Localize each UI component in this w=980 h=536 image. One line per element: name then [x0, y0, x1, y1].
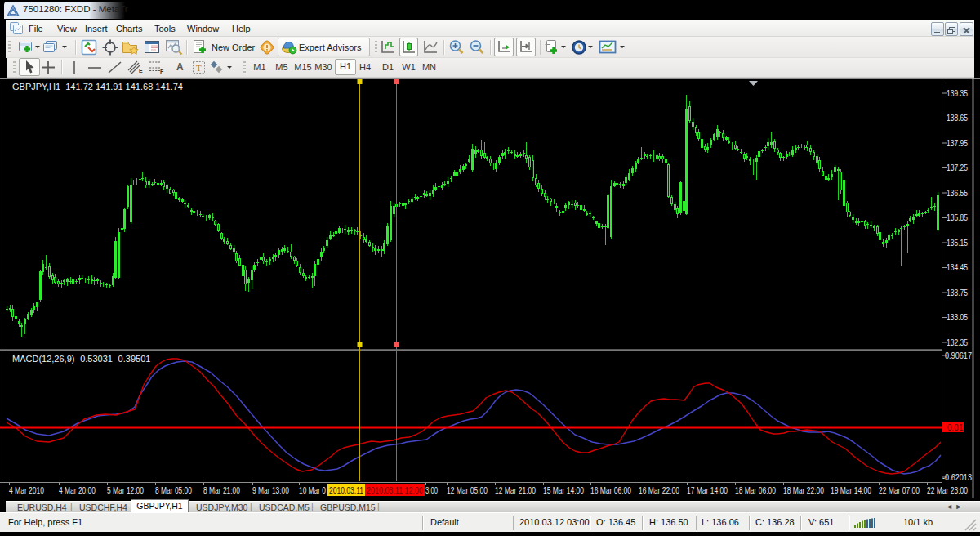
svg-text:2010.03.11 12:00: 2010.03.11 12:00	[367, 486, 423, 495]
svg-text:136.55: 136.55	[947, 189, 968, 198]
svg-text:F: F	[160, 69, 164, 74]
svg-text:132.35: 132.35	[947, 338, 968, 347]
svg-text:135.85: 135.85	[947, 213, 968, 222]
svg-text:133.05: 133.05	[947, 313, 968, 322]
svg-text:10 Mar 0: 10 Mar 0	[299, 486, 326, 495]
svg-text:8 Mar 21:00: 8 Mar 21:00	[203, 486, 240, 495]
svg-text:137.25: 137.25	[947, 163, 968, 172]
svg-text:139.35: 139.35	[947, 89, 968, 98]
svg-text:4 Mar 20:00: 4 Mar 20:00	[59, 486, 96, 495]
svg-text:T: T	[196, 63, 202, 73]
svg-text:18 Mar 22:00: 18 Mar 22:00	[783, 486, 824, 495]
svg-text:12 Mar 05:00: 12 Mar 05:00	[447, 486, 488, 495]
svg-text:MACD(12,26,9) -0.53031 -0.3950: MACD(12,26,9) -0.53031 -0.39501	[12, 354, 150, 364]
svg-text:22 Mar 07:00: 22 Mar 07:00	[879, 486, 920, 495]
svg-text:9 Mar 13:00: 9 Mar 13:00	[252, 486, 289, 495]
svg-text:134.45: 134.45	[947, 263, 968, 272]
svg-text:17 Mar 14:00: 17 Mar 14:00	[687, 486, 728, 495]
svg-text:E: E	[139, 68, 143, 74]
svg-text:137.95: 137.95	[947, 139, 968, 148]
svg-text:19 Mar 14:00: 19 Mar 14:00	[831, 486, 871, 495]
svg-text:8 Mar 05:00: 8 Mar 05:00	[155, 486, 192, 495]
svg-text:16 Mar 22:00: 16 Mar 22:00	[639, 486, 679, 495]
svg-text:GBPJPY,H1 141.72 141.91 141.6: GBPJPY,H1 141.72 141.91 141.68 141.74	[12, 82, 183, 92]
svg-text:2010.03.11: 2010.03.11	[329, 486, 363, 495]
svg-text:22 Mar 23:00: 22 Mar 23:00	[927, 486, 968, 495]
svg-text:15 Mar 14:00: 15 Mar 14:00	[543, 486, 584, 495]
svg-text:4 Mar 2010: 4 Mar 2010	[9, 486, 44, 495]
svg-text:12 Mar 21:00: 12 Mar 21:00	[495, 486, 536, 495]
svg-text:-0.62013: -0.62013	[942, 473, 972, 482]
svg-text:138.65: 138.65	[947, 114, 968, 123]
svg-text:135.15: 135.15	[947, 239, 968, 248]
svg-text:0.01: 0.01	[947, 423, 964, 432]
svg-text:3:00: 3:00	[425, 486, 438, 495]
svg-text:133.75: 133.75	[947, 288, 968, 297]
svg-text:0.90617: 0.90617	[945, 351, 972, 360]
svg-text:16 Mar 06:00: 16 Mar 06:00	[590, 486, 631, 495]
svg-text:5 Mar 12:00: 5 Mar 12:00	[107, 486, 144, 495]
svg-text:18 Mar 06:00: 18 Mar 06:00	[735, 486, 776, 495]
